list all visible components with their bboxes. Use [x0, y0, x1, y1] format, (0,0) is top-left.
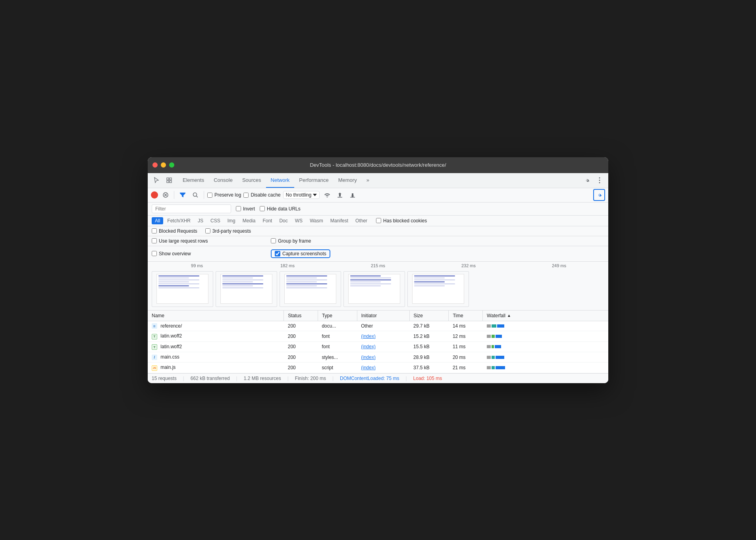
screenshot-5[interactable]: [407, 271, 469, 307]
search-icon[interactable]: [190, 190, 201, 200]
type-btn-ws[interactable]: WS: [292, 217, 306, 224]
more-options-btn[interactable]: [594, 175, 605, 186]
resource-name: reference/: [160, 323, 182, 329]
col-time[interactable]: Time: [449, 310, 483, 321]
cell-waterfall: [483, 341, 608, 352]
svg-rect-0: [167, 178, 169, 180]
cell-type: font: [318, 331, 357, 342]
type-btn-js[interactable]: JS: [195, 217, 206, 224]
table-row: ≡ reference/ 200 docu... Other 29.7 kB 1…: [148, 321, 608, 331]
blocked-requests-checkbox[interactable]: [152, 228, 157, 233]
type-btn-manifest[interactable]: Manifest: [327, 217, 351, 224]
hide-data-urls-label[interactable]: Hide data URLs: [260, 206, 301, 212]
filter-icon[interactable]: [177, 190, 188, 200]
large-rows-checkbox[interactable]: [152, 238, 157, 243]
preserve-log-label[interactable]: Preserve log: [207, 192, 241, 198]
type-btn-media[interactable]: Media: [239, 217, 259, 224]
third-party-label[interactable]: 3rd-party requests: [205, 228, 251, 234]
col-status[interactable]: Status: [284, 310, 318, 321]
screenshot-4[interactable]: [343, 271, 405, 307]
type-btn-font[interactable]: Font: [259, 217, 275, 224]
resource-name: latin.woff2: [160, 333, 182, 339]
tabs-bar: Elements Console Sources Network Perform…: [148, 173, 608, 188]
type-btn-css[interactable]: CSS: [207, 217, 224, 224]
upload-icon[interactable]: [335, 190, 345, 200]
tab-elements[interactable]: Elements: [178, 173, 209, 188]
screenshot-3[interactable]: [280, 271, 341, 307]
col-size[interactable]: Size: [409, 310, 449, 321]
options-bar: Blocked Requests 3rd-party requests: [148, 226, 608, 236]
svg-point-6: [599, 182, 600, 183]
clear-button[interactable]: [160, 190, 171, 200]
svg-rect-12: [338, 197, 342, 198]
hide-data-urls-checkbox[interactable]: [260, 206, 265, 211]
initiator-link[interactable]: (index): [361, 344, 376, 349]
throttle-select[interactable]: No throttling: [283, 191, 320, 199]
has-blocked-cookies-checkbox[interactable]: [376, 218, 381, 223]
invert-checkbox[interactable]: [236, 206, 241, 211]
tab-sources[interactable]: Sources: [237, 173, 266, 188]
type-btn-img[interactable]: Img: [224, 217, 239, 224]
filter-input[interactable]: [152, 204, 231, 213]
tab-performance[interactable]: Performance: [294, 173, 333, 188]
tab-more[interactable]: »: [362, 173, 374, 188]
cell-size: 28.9 kB: [409, 352, 449, 363]
cell-size: 15.2 kB: [409, 331, 449, 342]
minimize-button[interactable]: [161, 162, 166, 168]
col-initiator[interactable]: Initiator: [357, 310, 409, 321]
waterfall-gray-bar: [487, 366, 491, 369]
svg-rect-3: [170, 181, 172, 183]
cell-waterfall: [483, 321, 608, 331]
initiator-link[interactable]: (index): [361, 355, 376, 360]
large-rows-label[interactable]: Use large request rows: [152, 238, 263, 244]
download-icon[interactable]: [347, 190, 358, 200]
cell-waterfall: [483, 363, 608, 373]
capture-screenshots-container: Capture screenshots: [271, 249, 330, 258]
group-by-frame-checkbox[interactable]: [271, 238, 276, 243]
tab-console[interactable]: Console: [209, 173, 237, 188]
show-overview-label[interactable]: Show overview: [152, 251, 263, 256]
disable-cache-checkbox[interactable]: [243, 193, 249, 198]
tab-memory[interactable]: Memory: [334, 173, 362, 188]
cell-initiator: Other: [357, 321, 409, 331]
group-by-frame-label[interactable]: Group by frame: [271, 238, 311, 244]
css-icon: /: [152, 355, 157, 360]
network-settings-button[interactable]: [593, 189, 605, 201]
waterfall-teal-bar: [492, 356, 495, 359]
network-table: Name Status Type Initiator Size Time Wat…: [148, 310, 608, 373]
cursor-icon-btn[interactable]: [151, 175, 162, 186]
tab-network[interactable]: Network: [266, 173, 295, 188]
col-type[interactable]: Type: [318, 310, 357, 321]
type-btn-other[interactable]: Other: [352, 217, 370, 224]
type-btn-fetch-xhr[interactable]: Fetch/XHR: [164, 217, 194, 224]
resource-name: latin.woff2: [160, 344, 182, 349]
maximize-button[interactable]: [169, 162, 174, 168]
settings-icon-btn[interactable]: [581, 175, 592, 186]
tabs-bar-left: [151, 175, 175, 186]
type-btn-doc[interactable]: Doc: [276, 217, 291, 224]
invert-label[interactable]: Invert: [236, 206, 255, 212]
preserve-log-checkbox[interactable]: [207, 193, 212, 198]
has-blocked-cookies-label[interactable]: Has blocked cookies: [376, 218, 427, 224]
blocked-requests-label[interactable]: Blocked Requests: [152, 228, 197, 234]
disable-cache-label[interactable]: Disable cache: [243, 192, 280, 198]
wifi-icon[interactable]: [322, 190, 332, 200]
col-name[interactable]: Name: [148, 310, 284, 321]
layers-icon-btn[interactable]: [164, 175, 175, 186]
capture-screenshots-checkbox[interactable]: [275, 251, 280, 256]
screenshot-2[interactable]: [216, 271, 277, 307]
waterfall-blue-bar: [496, 356, 504, 359]
show-overview-checkbox[interactable]: [152, 251, 157, 256]
initiator-link[interactable]: (index): [361, 334, 376, 339]
resource-name: main.js: [160, 364, 176, 370]
svg-point-4: [599, 177, 600, 179]
screenshot-1[interactable]: [152, 271, 213, 307]
cell-initiator: (index): [357, 363, 409, 373]
third-party-checkbox[interactable]: [205, 228, 210, 233]
close-button[interactable]: [152, 162, 158, 168]
record-button[interactable]: [151, 191, 158, 199]
col-waterfall[interactable]: Waterfall ▲: [483, 310, 608, 321]
initiator-link[interactable]: (index): [361, 365, 376, 370]
type-btn-wasm[interactable]: Wasm: [307, 217, 326, 224]
type-btn-all[interactable]: All: [152, 217, 163, 224]
